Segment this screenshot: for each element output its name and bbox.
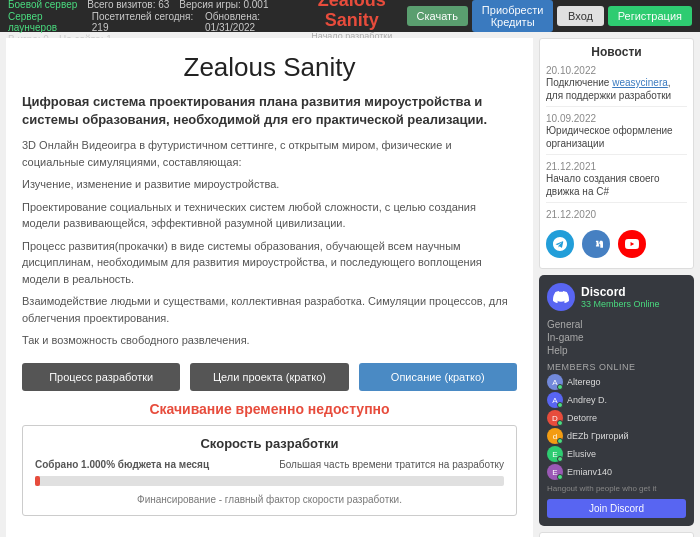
discord-member-4: d dEZb Григорий — [547, 428, 686, 444]
join-discord-button[interactable]: Join Discord — [547, 499, 686, 518]
discord-hangout-text: Hangout with people who get it — [547, 484, 686, 493]
version-label: Версия игры: 0.001 — [179, 0, 268, 10]
news-date-4: 21.12.2020 — [546, 209, 687, 220]
member-avatar-4: d — [547, 428, 563, 444]
member-name-5: Elusive — [567, 449, 596, 459]
financing-label: Финансирование - главный фактор скорости… — [35, 494, 504, 505]
news-link-1[interactable]: weasycinera — [612, 77, 668, 88]
news-date-1: 20.10.2022 — [546, 65, 687, 76]
member-avatar-2: A — [547, 392, 563, 408]
battle-server-label: Боевой сервер — [8, 0, 77, 10]
game-engine-box: Свой движок на C#, в разработке Open Tim… — [539, 532, 694, 537]
dev-process-button[interactable]: Процесс разработки — [22, 363, 180, 391]
discord-title-group: Discord 33 Members Online — [581, 285, 660, 309]
desc3: Проектирование социальных и технических … — [22, 199, 517, 232]
desc6: Так и возможность свободного развлечения… — [22, 332, 517, 349]
discord-title: Discord — [581, 285, 660, 299]
discord-header: Discord 33 Members Online — [547, 283, 686, 311]
unavailable-text: Скачивание временно недоступно — [22, 401, 517, 417]
brand-name: Zealous Sanity — [297, 0, 407, 31]
discord-box: Discord 33 Members Online General In-gam… — [539, 275, 694, 526]
member-name-4: dEZb Григорий — [567, 431, 629, 441]
progress-bar-fill — [35, 476, 40, 486]
dev-speed-box: Скорость разработки Собрано 1.000% бюдже… — [22, 425, 517, 516]
budget-label: Собрано 1.000% бюджета на месяц — [35, 459, 209, 470]
progress-bar-bg — [35, 476, 504, 486]
discord-member-1: A Alterego — [547, 374, 686, 390]
time-label: Большая часть времени тратится на разраб… — [279, 459, 504, 470]
goals-button[interactable]: Цели проекта (кратко) — [190, 363, 348, 391]
social-row — [546, 230, 687, 258]
member-name-1: Alterego — [567, 377, 601, 387]
member-avatar-1: A — [547, 374, 563, 390]
download-button[interactable]: Скачать — [407, 6, 468, 26]
desc4: Процесс развития(прокачки) в виде систем… — [22, 238, 517, 288]
news-item-3: 21.12.2021 Начало создания своего движка… — [546, 161, 687, 203]
online-indicator-2 — [557, 402, 563, 408]
online-indicator-4 — [557, 438, 563, 444]
member-avatar-5: E — [547, 446, 563, 462]
news-box: Новости 20.10.2022 Подключение weasycine… — [539, 38, 694, 269]
content-area: Zealous Sanity Цифровая система проектир… — [6, 38, 533, 537]
member-avatar-6: E — [547, 464, 563, 480]
updated-label: Обновлена: 01/31/2022 — [205, 11, 297, 33]
today-visitors: Посетителей сегодня: 219 — [92, 11, 195, 33]
credits-button[interactable]: Приобрести Кредиты — [472, 0, 554, 32]
launcher-server-label: Сервер лаунчеров — [8, 11, 82, 33]
news-item-1: 20.10.2022 Подключение weasycinera, для … — [546, 65, 687, 107]
online-indicator-5 — [557, 456, 563, 462]
topbar-brand: Zealous Sanity Начало разработки — [297, 0, 407, 41]
online-indicator-1 — [557, 384, 563, 390]
register-button[interactable]: Регистрация — [608, 6, 692, 26]
news-text-1: Подключение weasycinera, для поддержки р… — [546, 76, 687, 102]
member-name-6: Emianv140 — [567, 467, 612, 477]
discord-members-header: MEMBERS ONLINE — [547, 362, 686, 372]
news-text-2: Юридическое оформление организации — [546, 124, 687, 150]
discord-general-channel: General — [547, 319, 686, 330]
topbar-actions: Скачать Приобрести Кредиты Вход Регистра… — [407, 0, 692, 32]
discord-ingame-channel: In-game — [547, 332, 686, 343]
page-title: Zealous Sanity — [22, 52, 517, 83]
topbar: Игровой сервер Сессия активна: 8 д, 00:4… — [0, 0, 700, 32]
news-date-3: 21.12.2021 — [546, 161, 687, 172]
online-indicator-6 — [557, 474, 563, 480]
sidebar: Новости 20.10.2022 Подключение weasycine… — [539, 38, 694, 537]
news-text-3: Начало создания своего движка на C# — [546, 172, 687, 198]
visits-count: Всего визитов: 63 — [87, 0, 169, 10]
discord-members-online: 33 Members Online — [581, 299, 660, 309]
discord-member-2: A Andrey D. — [547, 392, 686, 408]
discord-member-5: E Elusive — [547, 446, 686, 462]
main-layout: Zealous Sanity Цифровая система проектир… — [0, 32, 700, 537]
news-date-2: 10.09.2022 — [546, 113, 687, 124]
member-name-2: Andrey D. — [567, 395, 607, 405]
member-name-3: Detorre — [567, 413, 597, 423]
vk-icon[interactable] — [582, 230, 610, 258]
desc2: Изучение, изменение и развитие мироустро… — [22, 176, 517, 193]
news-item-4: 21.12.2020 — [546, 209, 687, 224]
page-subtitle: Цифровая система проектирования плана ра… — [22, 93, 517, 129]
description-button[interactable]: Описание (кратко) — [359, 363, 517, 391]
login-button[interactable]: Вход — [557, 6, 603, 26]
dev-speed-title: Скорость разработки — [35, 436, 504, 451]
dev-speed-stats-row: Собрано 1.000% бюджета на месяц Большая … — [35, 459, 504, 470]
desc5: Взаимодействие людьми и существами, колл… — [22, 293, 517, 326]
online-indicator-3 — [557, 420, 563, 426]
news-header: Новости — [546, 45, 687, 59]
action-buttons-row: Процесс разработки Цели проекта (кратко)… — [22, 363, 517, 391]
discord-member-6: E Emianv140 — [547, 464, 686, 480]
news-item-2: 10.09.2022 Юридическое оформление органи… — [546, 113, 687, 155]
member-avatar-3: D — [547, 410, 563, 426]
discord-help-channel: Help — [547, 345, 686, 356]
youtube-icon[interactable] — [618, 230, 646, 258]
discord-member-3: D Detorre — [547, 410, 686, 426]
discord-logo-icon — [547, 283, 575, 311]
telegram-icon[interactable] — [546, 230, 574, 258]
desc1: 3D Онлайн Видеоигра в футуристичном сетт… — [22, 137, 517, 170]
